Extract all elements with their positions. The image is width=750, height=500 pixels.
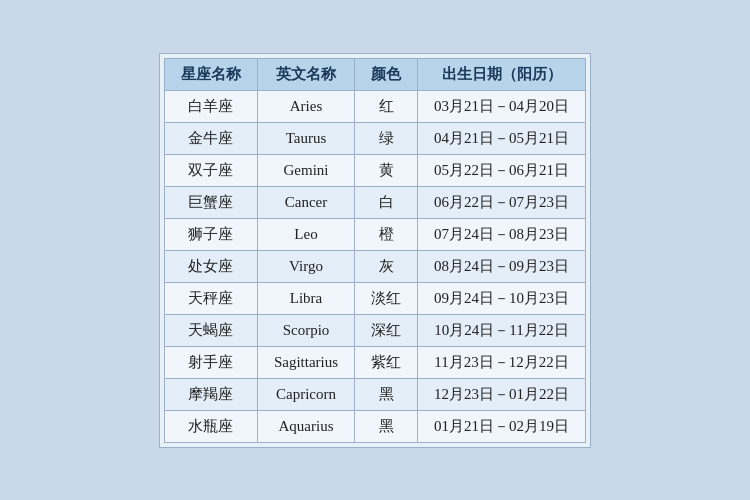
table-row: 天秤座Libra淡红09月24日－10月23日 [164, 282, 585, 314]
cell-row4-col2: 橙 [355, 218, 418, 250]
cell-row9-col3: 12月23日－01月22日 [418, 378, 586, 410]
cell-row7-col3: 10月24日－11月22日 [418, 314, 586, 346]
cell-row5-col2: 灰 [355, 250, 418, 282]
table-row: 射手座Sagittarius紫红11月23日－12月22日 [164, 346, 585, 378]
cell-row6-col3: 09月24日－10月23日 [418, 282, 586, 314]
table-row: 狮子座Leo橙07月24日－08月23日 [164, 218, 585, 250]
cell-row1-col0: 金牛座 [164, 122, 257, 154]
cell-row8-col1: Sagittarius [257, 346, 354, 378]
table-row: 水瓶座Aquarius黑01月21日－02月19日 [164, 410, 585, 442]
cell-row7-col0: 天蝎座 [164, 314, 257, 346]
cell-row9-col2: 黑 [355, 378, 418, 410]
cell-row2-col0: 双子座 [164, 154, 257, 186]
table-row: 摩羯座Capricorn黑12月23日－01月22日 [164, 378, 585, 410]
cell-row4-col1: Leo [257, 218, 354, 250]
cell-row3-col2: 白 [355, 186, 418, 218]
cell-row1-col3: 04月21日－05月21日 [418, 122, 586, 154]
cell-row5-col3: 08月24日－09月23日 [418, 250, 586, 282]
cell-row9-col0: 摩羯座 [164, 378, 257, 410]
zodiac-table: 星座名称英文名称颜色出生日期（阳历） 白羊座Aries红03月21日－04月20… [164, 58, 586, 443]
cell-row10-col3: 01月21日－02月19日 [418, 410, 586, 442]
table-row: 天蝎座Scorpio深红10月24日－11月22日 [164, 314, 585, 346]
cell-row2-col1: Gemini [257, 154, 354, 186]
table-row: 处女座Virgo灰08月24日－09月23日 [164, 250, 585, 282]
cell-row5-col1: Virgo [257, 250, 354, 282]
cell-row4-col0: 狮子座 [164, 218, 257, 250]
cell-row0-col1: Aries [257, 90, 354, 122]
cell-row4-col3: 07月24日－08月23日 [418, 218, 586, 250]
table-row: 双子座Gemini黄05月22日－06月21日 [164, 154, 585, 186]
cell-row3-col3: 06月22日－07月23日 [418, 186, 586, 218]
table-row: 白羊座Aries红03月21日－04月20日 [164, 90, 585, 122]
cell-row8-col0: 射手座 [164, 346, 257, 378]
header-col-3: 出生日期（阳历） [418, 58, 586, 90]
header-col-1: 英文名称 [257, 58, 354, 90]
cell-row0-col2: 红 [355, 90, 418, 122]
cell-row6-col2: 淡红 [355, 282, 418, 314]
cell-row7-col1: Scorpio [257, 314, 354, 346]
cell-row10-col0: 水瓶座 [164, 410, 257, 442]
cell-row6-col0: 天秤座 [164, 282, 257, 314]
cell-row10-col2: 黑 [355, 410, 418, 442]
cell-row1-col1: Taurus [257, 122, 354, 154]
cell-row0-col0: 白羊座 [164, 90, 257, 122]
table-row: 巨蟹座Cancer白06月22日－07月23日 [164, 186, 585, 218]
cell-row2-col2: 黄 [355, 154, 418, 186]
zodiac-table-container: 星座名称英文名称颜色出生日期（阳历） 白羊座Aries红03月21日－04月20… [159, 53, 591, 448]
cell-row5-col0: 处女座 [164, 250, 257, 282]
cell-row3-col1: Cancer [257, 186, 354, 218]
cell-row10-col1: Aquarius [257, 410, 354, 442]
table-row: 金牛座Taurus绿04月21日－05月21日 [164, 122, 585, 154]
cell-row1-col2: 绿 [355, 122, 418, 154]
table-header-row: 星座名称英文名称颜色出生日期（阳历） [164, 58, 585, 90]
cell-row2-col3: 05月22日－06月21日 [418, 154, 586, 186]
header-col-0: 星座名称 [164, 58, 257, 90]
cell-row8-col2: 紫红 [355, 346, 418, 378]
cell-row7-col2: 深红 [355, 314, 418, 346]
cell-row3-col0: 巨蟹座 [164, 186, 257, 218]
header-col-2: 颜色 [355, 58, 418, 90]
cell-row8-col3: 11月23日－12月22日 [418, 346, 586, 378]
cell-row9-col1: Capricorn [257, 378, 354, 410]
cell-row0-col3: 03月21日－04月20日 [418, 90, 586, 122]
cell-row6-col1: Libra [257, 282, 354, 314]
